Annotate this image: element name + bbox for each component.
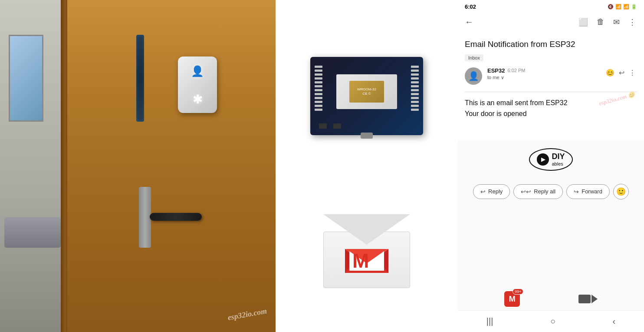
gmail-envelope-image: M xyxy=(323,214,410,288)
pin xyxy=(411,101,419,103)
usb-port xyxy=(361,133,373,139)
battery-icon: 🔋 xyxy=(631,4,637,10)
nav-home-button[interactable]: ○ xyxy=(542,313,564,330)
sender-name: ESP32 xyxy=(487,67,505,74)
door-panel: 👤 xyxy=(67,0,276,332)
sender-actions: 😊 ↩ ⋮ xyxy=(605,67,637,78)
pin xyxy=(315,93,322,95)
pin xyxy=(315,101,322,103)
status-icons: 🔇 📶 📶 🔋 xyxy=(608,4,637,10)
reply-buttons-row: ↩ Reply ↩↩ Reply all ↪ Forward 🙂 xyxy=(458,184,644,206)
pin xyxy=(315,89,322,91)
board-body: WROOM-32CE © xyxy=(310,57,423,135)
middle-section: WROOM-32CE © M xyxy=(276,0,458,332)
status-bar: 6:02 🔇 📶 📶 🔋 xyxy=(458,0,644,12)
wifi-icon: 📶 xyxy=(623,4,629,10)
pins-left xyxy=(315,66,322,111)
reset-button xyxy=(333,123,341,129)
volume-icon: 🔇 xyxy=(608,4,614,10)
email-content-area: Email Notification from ESP32 Inbox 👤 ES… xyxy=(458,32,644,139)
logo-play-icon: ▶ xyxy=(537,153,549,166)
pin xyxy=(315,85,322,87)
pin xyxy=(411,89,419,91)
email-subject: Email Notification from ESP32 xyxy=(465,39,637,50)
reply-all-button-label: Reply all xyxy=(534,188,555,195)
mail-move-icon[interactable]: ✉ xyxy=(611,16,622,29)
electronic-panel xyxy=(136,35,144,122)
logo-text-block: DIY ables xyxy=(552,153,565,166)
pin xyxy=(411,81,419,83)
reply-quick-icon[interactable]: ↩ xyxy=(618,67,626,78)
emoji-reaction-icon[interactable]: 😊 xyxy=(605,67,616,78)
board-buttons xyxy=(319,123,341,129)
esp32-chip: WROOM-32CE © xyxy=(349,81,384,103)
email-body-line2: Your door is opened xyxy=(465,108,637,120)
sender-avatar: 👤 xyxy=(465,67,482,85)
gmail-m-logo: M xyxy=(341,240,393,279)
pin xyxy=(411,105,419,107)
pin xyxy=(315,97,322,99)
pin xyxy=(411,73,419,76)
pin xyxy=(315,66,322,68)
room-background xyxy=(0,0,67,332)
reply-all-button[interactable]: ↩↩ Reply all xyxy=(513,184,563,199)
bottom-notification-bar: M 99+ xyxy=(458,288,644,310)
pin xyxy=(315,81,322,83)
nav-back-button[interactable]: ‹ xyxy=(604,313,624,330)
reply-button-label: Reply xyxy=(488,188,503,195)
pin xyxy=(411,93,419,95)
archive-icon[interactable]: ⬜ xyxy=(576,16,591,29)
email-toolbar: ← ⬜ 🗑 ✉ ⋮ xyxy=(458,12,644,32)
esp32-module: WROOM-32CE © xyxy=(336,74,397,109)
phone-screen: 6:02 🔇 📶 📶 🔋 ← ⬜ 🗑 ✉ ⋮ Email Notificatio… xyxy=(458,0,644,332)
signal-icon: 📶 xyxy=(615,4,621,10)
video-call-icon[interactable] xyxy=(578,295,598,303)
logo-ables-text: ables xyxy=(552,161,565,166)
emoji-reaction-button[interactable]: 🙂 xyxy=(613,184,629,199)
window xyxy=(9,35,43,122)
diyables-logo: ▶ DIY ables xyxy=(458,148,644,171)
nav-bar: ||| ○ ‹ xyxy=(458,310,644,332)
door-handle-plate xyxy=(139,187,151,248)
forward-button[interactable]: ↪ Forward xyxy=(566,184,610,199)
email-sender-row: 👤 ESP32 6:02 PM to me ∨ 😊 ↩ ⋮ xyxy=(465,67,637,85)
sender-more-icon[interactable]: ⋮ xyxy=(628,67,637,78)
pins-right xyxy=(411,66,419,111)
boot-button xyxy=(319,123,327,129)
notification-badge: 99+ xyxy=(513,289,523,295)
pin xyxy=(411,70,419,72)
sender-to[interactable]: to me ∨ xyxy=(487,75,599,80)
reply-arrow-icon: ↩ xyxy=(480,188,486,195)
pin xyxy=(411,97,419,99)
status-time: 6:02 xyxy=(465,3,476,10)
door-background: 👤 esp32io.com xyxy=(0,0,276,332)
pin xyxy=(411,66,419,68)
pin xyxy=(411,85,419,87)
email-label-inbox[interactable]: Inbox xyxy=(465,54,483,61)
svg-text:M: M xyxy=(352,249,369,272)
email-divider xyxy=(465,92,637,92)
door-handle xyxy=(150,213,202,221)
reply-button[interactable]: ↩ Reply xyxy=(473,184,510,199)
pin xyxy=(315,105,322,107)
back-button[interactable]: ← xyxy=(463,15,475,29)
pin xyxy=(315,109,322,111)
forward-button-label: Forward xyxy=(582,188,602,195)
phone-screenshot-section: 6:02 🔇 📶 📶 🔋 ← ⬜ 🗑 ✉ ⋮ Email Notificatio… xyxy=(458,0,644,332)
more-options-icon[interactable]: ⋮ xyxy=(626,16,639,29)
forward-arrow-icon: ↪ xyxy=(574,188,579,195)
gmail-notification-icon[interactable]: M 99+ xyxy=(504,291,520,307)
person-icon: 👤 xyxy=(191,65,204,77)
logo-diy-text: DIY xyxy=(552,153,565,161)
nav-recent-apps-button[interactable]: ||| xyxy=(478,313,502,330)
reply-all-arrow-icon: ↩↩ xyxy=(521,188,531,195)
pin xyxy=(411,77,419,80)
smart-lock-device: 👤 xyxy=(178,56,217,113)
left-image-section: 👤 esp32io.com xyxy=(0,0,276,332)
gmail-svg: M xyxy=(343,242,391,277)
emoji-icon: 🙂 xyxy=(616,187,626,196)
logo-container: ▶ DIY ables xyxy=(529,148,572,171)
pin xyxy=(315,77,322,80)
sender-time: 6:02 PM xyxy=(507,68,525,73)
trash-icon[interactable]: 🗑 xyxy=(594,16,607,28)
